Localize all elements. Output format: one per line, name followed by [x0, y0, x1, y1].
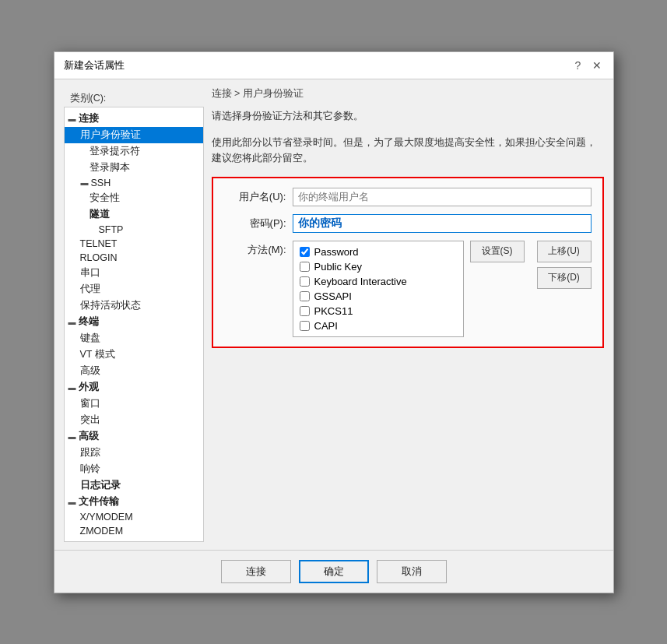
- sidebar-item-login-script[interactable]: 登录脚本: [65, 160, 203, 176]
- description2: 使用此部分以节省登录时间。但是，为了最大限度地提高安全性，如果担心安全问题，建议…: [212, 135, 604, 166]
- sidebar-item-vt-mode[interactable]: VT 模式: [65, 347, 203, 363]
- sidebar-label-advanced: 高级: [79, 430, 99, 443]
- method-item-password[interactable]: Password: [293, 245, 463, 259]
- sidebar-label-terminal: 终端: [79, 315, 99, 329]
- method-checkbox-keyboard[interactable]: [300, 276, 310, 287]
- title-bar-controls: ? ✕: [571, 58, 604, 72]
- method-item-capi[interactable]: CAPI: [293, 318, 463, 333]
- sidebar-label: 连接: [79, 112, 99, 125]
- method-item-keyboard[interactable]: Keyboard Interactive: [293, 274, 463, 289]
- sidebar-item-xymodem[interactable]: X/YMODEM: [65, 510, 203, 524]
- password-input[interactable]: [293, 214, 592, 233]
- connect-button[interactable]: 连接: [221, 560, 291, 583]
- method-checkbox-publickey[interactable]: [300, 262, 310, 272]
- password-row: 密码(P):: [224, 214, 592, 233]
- sidebar-item-logging[interactable]: 日志记录: [65, 477, 203, 494]
- method-item-gssapi[interactable]: GSSAPI: [293, 289, 463, 304]
- method-checkbox-password[interactable]: [300, 247, 310, 257]
- sidebar-item-keyboard[interactable]: 键盘: [65, 330, 203, 347]
- expand-icon-appearance: ▬: [68, 383, 77, 392]
- method-label-keyboard: Keyboard Interactive: [314, 276, 407, 287]
- sidebar-item-advanced-terminal[interactable]: 高级: [65, 363, 203, 379]
- sidebar-item-sftp[interactable]: SFTP: [65, 223, 203, 237]
- sidebar-item-connection[interactable]: ▬ 连接: [65, 111, 203, 127]
- expand-icon: ▬: [68, 114, 77, 123]
- sidebar-item-rlogin[interactable]: RLOGIN: [65, 251, 203, 265]
- breadcrumb: 连接 > 用户身份验证: [212, 87, 604, 102]
- ok-button[interactable]: 确定: [299, 560, 369, 583]
- sidebar-item-trace[interactable]: 跟踪: [65, 445, 203, 461]
- sidebar-item-security[interactable]: 安全性: [65, 190, 203, 206]
- method-label-gssapi: GSSAPI: [314, 290, 352, 302]
- sidebar-item-highlight[interactable]: 突出: [65, 412, 203, 428]
- expand-icon-ssh: ▬: [80, 178, 90, 187]
- description1: 请选择身份验证方法和其它参数。: [212, 108, 604, 124]
- username-row: 用户名(U):: [224, 188, 592, 206]
- sidebar-item-advanced[interactable]: ▬ 高级: [65, 428, 203, 445]
- sidebar-item-tunnel[interactable]: 隧道: [65, 206, 203, 223]
- category-label: 类别(C):: [64, 87, 204, 107]
- method-item-publickey[interactable]: Public Key: [293, 259, 463, 274]
- dialog-footer: 连接 确定 取消: [54, 550, 613, 593]
- sidebar-item-window[interactable]: 窗口: [65, 396, 203, 412]
- method-side-buttons: 设置(S): [470, 241, 525, 337]
- sidebar-container: 类别(C): ▬ 连接 用户身份验证 登录提示符 登录脚本 ▬ SSH 安全性 …: [64, 87, 204, 542]
- method-right: Password Public Key Keyboard Interactive: [293, 241, 528, 337]
- highlight-box: 用户名(U): 密码(P): 方法(M): Password: [212, 177, 604, 348]
- sidebar-label-filetransfer: 文件传输: [79, 495, 119, 509]
- sidebar-label-ssh: SSH: [91, 178, 111, 188]
- expand-icon-filetransfer: ▬: [68, 498, 77, 506]
- sidebar-item-ssh[interactable]: ▬ SSH: [65, 176, 203, 190]
- dialog-title: 新建会话属性: [64, 58, 125, 72]
- sidebar-item-auth[interactable]: 用户身份验证: [65, 127, 203, 143]
- sidebar-item-filetransfer[interactable]: ▬ 文件传输: [65, 494, 203, 510]
- sidebar-item-appearance[interactable]: ▬ 外观: [65, 379, 203, 396]
- method-section: 方法(M): Password Public Key: [224, 241, 592, 337]
- title-bar: 新建会话属性 ? ✕: [54, 52, 613, 79]
- method-checkbox-pkcs11[interactable]: [300, 306, 310, 316]
- sidebar-label-appearance: 外观: [79, 381, 99, 394]
- expand-icon-advanced: ▬: [68, 432, 77, 441]
- main-content: 连接 > 用户身份验证 请选择身份验证方法和其它参数。 使用此部分以节省登录时间…: [212, 87, 604, 542]
- setup-button[interactable]: 设置(S): [470, 241, 525, 262]
- sidebar: ▬ 连接 用户身份验证 登录提示符 登录脚本 ▬ SSH 安全性 隧道 SFTP…: [64, 107, 204, 542]
- method-checkbox-capi[interactable]: [300, 321, 310, 331]
- password-label: 密码(P):: [224, 216, 286, 231]
- method-list: Password Public Key Keyboard Interactive: [293, 241, 464, 337]
- dialog: 新建会话属性 ? ✕ 类别(C): ▬ 连接 用户身份验证 登录提示符 登录脚本…: [54, 51, 614, 593]
- move-down-button[interactable]: 下移(D): [537, 267, 592, 289]
- help-button[interactable]: ?: [571, 58, 585, 72]
- method-label-capi: CAPI: [314, 320, 338, 332]
- move-buttons: 上移(U) 下移(D): [537, 241, 592, 289]
- sidebar-item-login-prompt[interactable]: 登录提示符: [65, 143, 203, 160]
- method-label-publickey: Public Key: [314, 261, 362, 273]
- move-up-button[interactable]: 上移(U): [537, 241, 592, 262]
- sidebar-item-bell[interactable]: 响铃: [65, 461, 203, 477]
- username-label: 用户名(U):: [224, 190, 286, 204]
- sidebar-item-serial[interactable]: 串口: [65, 265, 203, 281]
- close-button[interactable]: ✕: [590, 58, 604, 72]
- username-input[interactable]: [293, 188, 592, 206]
- method-label: 方法(M):: [224, 241, 286, 257]
- expand-icon-terminal: ▬: [68, 318, 77, 326]
- sidebar-item-proxy[interactable]: 代理: [65, 281, 203, 297]
- sidebar-item-keepalive[interactable]: 保持活动状态: [65, 297, 203, 314]
- method-item-pkcs11[interactable]: PKCS11: [293, 304, 463, 318]
- method-label-password: Password: [314, 246, 359, 258]
- sidebar-item-telnet[interactable]: TELNET: [65, 237, 203, 251]
- sidebar-item-zmodem[interactable]: ZMODEM: [65, 524, 203, 538]
- method-checkbox-gssapi[interactable]: [300, 291, 310, 301]
- method-label-pkcs11: PKCS11: [314, 305, 353, 317]
- dialog-body: 类别(C): ▬ 连接 用户身份验证 登录提示符 登录脚本 ▬ SSH 安全性 …: [54, 79, 613, 550]
- sidebar-item-terminal[interactable]: ▬ 终端: [65, 314, 203, 330]
- cancel-button[interactable]: 取消: [377, 560, 447, 583]
